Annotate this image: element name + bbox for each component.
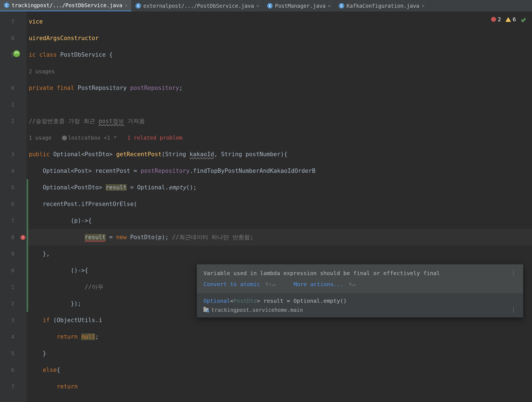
error-tooltip: Variable used in lambda expression shoul… [197,264,523,317]
java-class-icon: C [4,2,9,8]
gutter: 7 8 9 0 1 2 3 4 5 6 7 8 ! 9 0 1 [0,12,27,402]
line-number: 9 [0,246,27,262]
line-number: 2 [0,113,27,129]
tab-kafkaconfiguration[interactable]: C KafkaConfiguration.java × [335,0,429,11]
code-line[interactable] [27,96,532,113]
tab-externalpost-postdbservice[interactable]: C externalpost/.../PostDbService.java × [132,0,263,11]
tab-label: externalpost/.../PostDbService.java [143,3,254,9]
line-number: 7 [0,13,27,30]
java-class-icon: C [339,3,344,9]
more-icon[interactable]: ⋮ [510,307,517,313]
line-number: 1 [0,279,27,295]
more-actions-link[interactable]: More actions... [294,281,344,288]
line-number: 4 [0,163,27,179]
code-line[interactable]: ic class PostDbService { [27,46,532,63]
tab-label: KafkaConfiguration.java [346,3,419,9]
close-icon[interactable]: × [421,3,424,9]
code-line[interactable]: return null; [27,328,532,345]
svg-point-0 [13,50,20,57]
line-number: 7 [0,212,27,229]
code-line[interactable]: } [27,345,532,362]
line-number [0,129,27,146]
code-line[interactable]: recentPost.ifPresentOrElse( [27,196,532,212]
shortcut-label: ⌥↵ [348,281,356,288]
line-number: 9 [0,46,27,63]
spring-bean-icon[interactable] [13,47,20,55]
avatar-icon [62,135,67,140]
close-icon[interactable]: × [124,2,127,8]
line-number: 0 [0,80,27,96]
code-line[interactable]: }, [27,246,532,262]
code-area[interactable]: 2 6 vice uiredArgsConstructor ic class P… [27,12,532,402]
line-number: 2 [0,295,27,312]
editor: 7 8 9 0 1 2 3 4 5 6 7 8 ! 9 0 1 [0,12,532,402]
java-class-icon: C [135,3,141,9]
code-line-current[interactable]: result = new PostDto(p); //최근데이터 하나만 반환함… [27,229,532,246]
line-number: 7 [0,378,27,395]
inlay-hint[interactable]: 2 usages [27,63,532,80]
java-class-icon: C [267,3,273,9]
code-line[interactable]: else{ [27,362,532,378]
line-number: 5 [0,345,27,362]
shortcut-label: ⌥⇧↵ [265,281,276,288]
line-number: 6 [0,196,27,212]
tooltip-declaration: Optional<PostDto> result = Optional.empt… [204,297,517,304]
more-icon[interactable]: ⋮ [510,270,517,276]
tab-label: trackingpost/.../PostDbService.java [12,2,122,8]
code-line[interactable]: private final PostRepository postReposit… [27,80,532,96]
close-icon[interactable]: × [256,3,259,9]
code-line[interactable]: //송장번호중 가장 최근 post정보 가져옴 [27,113,532,129]
line-number: 0 [0,262,27,279]
line-number: 8 ! [0,229,27,246]
tooltip-message: Variable used in lambda expression shoul… [204,270,440,276]
tab-trackingpost-postdbservice[interactable]: C trackingpost/.../PostDbService.java × [0,0,132,11]
line-number: 3 [0,146,27,163]
editor-tabs: C trackingpost/.../PostDbService.java × … [0,0,532,12]
code-line[interactable]: Optional<Post> recentPost = postReposito… [27,163,532,179]
code-line[interactable]: public Optional<PostDto> getRecentPost(S… [27,146,532,163]
line-number: 8 [0,30,27,46]
tab-label: PostManager.java [275,3,325,9]
package-icon [204,308,208,312]
line-number: 6 [0,362,27,378]
close-icon[interactable]: × [328,3,331,9]
code-line[interactable]: vice [27,13,532,30]
tooltip-breadcrumb[interactable]: trackingpost.servicehome.main ⋮ [204,307,517,313]
tab-postmanager[interactable]: C PostManager.java × [263,0,335,11]
line-number: 1 [0,96,27,113]
code-line[interactable]: return [27,378,532,395]
convert-to-atomic-action[interactable]: Convert to atomic [204,281,260,288]
line-number: 5 [0,179,27,196]
code-line[interactable]: Optional<PostDto> result = Optional.empt… [27,179,532,196]
inlay-hint[interactable]: 1 usage lostcatbox +1 * 1 related proble… [27,129,532,146]
error-gutter-icon[interactable]: ! [20,235,25,240]
line-number: 3 [0,312,27,328]
line-number [0,63,27,80]
line-number: 4 [0,328,27,345]
code-line[interactable]: uiredArgsConstructor [27,30,532,46]
code-line[interactable]: (p)->{ [27,212,532,229]
